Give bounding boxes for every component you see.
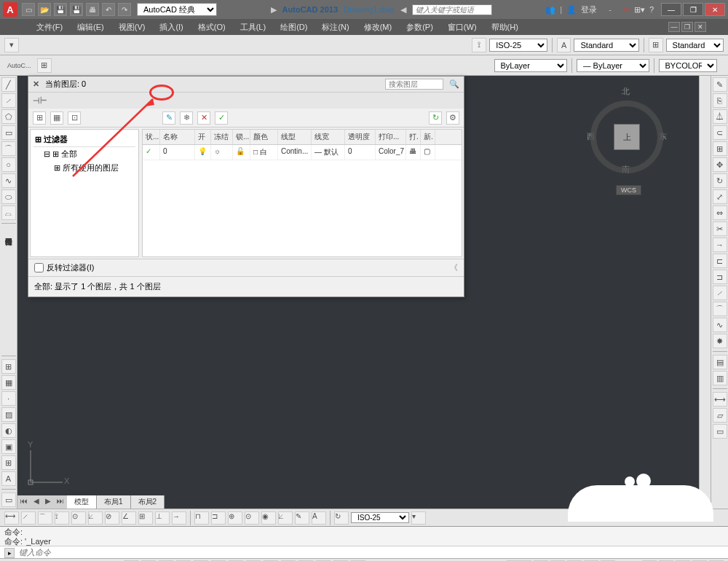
dim-ordinate-icon[interactable]: ⟟ bbox=[55, 511, 69, 525]
login-icon[interactable]: 👤 bbox=[566, 5, 577, 15]
col-transparency[interactable]: 透明度 bbox=[345, 130, 376, 144]
dim-arc-icon[interactable]: ⌒ bbox=[38, 511, 52, 525]
join-tool[interactable]: ⊐ bbox=[713, 270, 727, 284]
close-button[interactable]: ✕ bbox=[705, 3, 725, 16]
dim-angular-icon[interactable]: ∠ bbox=[122, 511, 136, 525]
exchange-icon[interactable]: ✕ bbox=[623, 5, 630, 15]
layer-panel-pin-icon[interactable]: ⊣⊢ bbox=[33, 96, 47, 106]
scale-tool[interactable]: ⤢ bbox=[713, 189, 727, 204]
dim-edit-icon[interactable]: ✎ bbox=[295, 511, 309, 525]
mirror-tool[interactable]: ⏃ bbox=[713, 109, 727, 124]
layer-dropdown-icon[interactable]: ▾ bbox=[4, 38, 19, 52]
color-select[interactable]: ByLayer bbox=[494, 59, 567, 72]
dimstyle-select[interactable]: ISO-25 bbox=[489, 39, 547, 52]
col-new[interactable]: 新. bbox=[421, 130, 435, 144]
menu-view[interactable]: 视图(V) bbox=[111, 20, 153, 35]
spline-tool[interactable]: ∿ bbox=[1, 173, 16, 188]
offset-tool[interactable]: ⊂ bbox=[713, 125, 727, 140]
ellipse-arc-tool[interactable]: ⌓ bbox=[1, 205, 16, 220]
menu-tools[interactable]: 工具(L) bbox=[233, 20, 273, 35]
array-tool[interactable]: ⊞ bbox=[713, 141, 727, 156]
filter-used-item[interactable]: ⊞ 所有使用的图层 bbox=[33, 161, 135, 175]
dim-jogged-icon[interactable]: ⟀ bbox=[88, 511, 103, 525]
layer-states-icon[interactable]: ⊡ bbox=[68, 111, 81, 125]
command-prompt-icon[interactable]: ▸ bbox=[4, 548, 15, 558]
col-freeze[interactable]: 冻结 bbox=[211, 130, 233, 144]
new-layer-vp-frozen-icon[interactable]: ❄ bbox=[180, 111, 193, 125]
dim-aligned-icon[interactable]: ⟋ bbox=[21, 511, 36, 525]
search-icon[interactable]: 🔍 bbox=[449, 79, 459, 89]
dim-style-ctrl-icon[interactable]: ▾ bbox=[411, 511, 426, 525]
tab-nav-first-icon[interactable]: ⏮ bbox=[17, 495, 31, 509]
polyline-tool[interactable]: ⟋ bbox=[1, 93, 16, 108]
bycolor-select[interactable]: BYCOLOR bbox=[659, 59, 717, 72]
tab-model[interactable]: 模型 bbox=[67, 495, 97, 509]
col-print[interactable]: 打. bbox=[406, 130, 421, 144]
rotate-tool[interactable]: ↻ bbox=[713, 173, 727, 188]
refresh-icon[interactable]: ↻ bbox=[429, 111, 442, 125]
dim-update-icon[interactable]: ↻ bbox=[334, 511, 349, 525]
doc-minimize-button[interactable]: — bbox=[668, 22, 680, 32]
viewcube-north[interactable]: 北 bbox=[622, 86, 630, 97]
col-lineweight[interactable]: 线宽 bbox=[312, 130, 345, 144]
dim-radius-icon[interactable]: ⊙ bbox=[71, 511, 86, 525]
infocenter-icon[interactable]: 👥 bbox=[545, 5, 555, 15]
help-icon[interactable]: ? bbox=[649, 5, 654, 14]
area-tool[interactable]: ▱ bbox=[713, 408, 727, 423]
fillet-tool[interactable]: ⌒ bbox=[713, 302, 727, 316]
save-icon[interactable]: 💾 bbox=[54, 3, 67, 16]
dim-space-icon[interactable]: ⊓ bbox=[194, 511, 209, 525]
menu-format[interactable]: 格式(O) bbox=[191, 20, 233, 35]
col-linetype[interactable]: 线型 bbox=[278, 130, 312, 144]
collapse-icon[interactable]: 《 bbox=[450, 262, 458, 273]
cell-transparency[interactable]: 0 bbox=[345, 145, 376, 160]
region-tool[interactable]: ▣ bbox=[1, 439, 16, 454]
viewcube-face-top[interactable]: 上 bbox=[614, 124, 640, 150]
tab-nav-prev-icon[interactable]: ◀ bbox=[31, 495, 42, 509]
trim-tool[interactable]: ✂ bbox=[713, 221, 727, 236]
col-status[interactable]: 状... bbox=[143, 130, 160, 144]
gradient-tool[interactable]: ◐ bbox=[1, 423, 16, 438]
menu-modify[interactable]: 修改(M) bbox=[357, 20, 400, 35]
circle-tool[interactable]: ○ bbox=[1, 157, 16, 172]
tab-nav-next-icon[interactable]: ▶ bbox=[42, 495, 54, 509]
search-keyword-input[interactable] bbox=[412, 4, 492, 15]
layer-grid[interactable]: 状... 名称 开 冻结 锁... 颜色 线型 线宽 透明度 打印... 打. … bbox=[142, 129, 462, 257]
menu-draw[interactable]: 绘图(D) bbox=[273, 20, 314, 35]
rectangle-tool[interactable]: ▭ bbox=[1, 125, 16, 140]
arc-tool[interactable]: ⌒ bbox=[1, 141, 16, 156]
dim-break-icon[interactable]: ⊐ bbox=[211, 511, 226, 525]
stretch-tool[interactable]: ⇔ bbox=[713, 205, 727, 220]
maximize-button[interactable]: ❐ bbox=[683, 3, 703, 16]
point-tool[interactable]: · bbox=[1, 391, 16, 406]
tablestyle-icon[interactable]: ⊞ bbox=[649, 38, 663, 52]
dim-textedit-icon[interactable]: A bbox=[312, 511, 326, 525]
draworder2-tool[interactable]: ▥ bbox=[713, 371, 727, 385]
cell-linetype[interactable]: Contin... bbox=[278, 145, 312, 160]
help-menu-icon[interactable]: ⊞▾ bbox=[634, 5, 645, 15]
filter-group-icon[interactable]: ▦ bbox=[50, 111, 63, 125]
col-on[interactable]: 开 bbox=[195, 130, 211, 144]
polygon-tool[interactable]: ⬠ bbox=[1, 109, 16, 124]
minimize-button[interactable]: — bbox=[661, 3, 681, 16]
cell-newvp-icon[interactable]: ▢ bbox=[421, 145, 435, 160]
filter-new-icon[interactable]: ⊞ bbox=[33, 111, 46, 125]
viewcube[interactable]: 北 南 东 西 上 WCS bbox=[587, 86, 667, 188]
dim-baseline-icon[interactable]: ⊥ bbox=[155, 511, 170, 525]
tablestyle-select[interactable]: Standard bbox=[666, 39, 724, 52]
cell-freeze-icon[interactable]: ☼ bbox=[211, 145, 233, 160]
move-tool[interactable]: ✥ bbox=[713, 157, 727, 172]
col-lock[interactable]: 锁... bbox=[233, 130, 250, 144]
new-icon[interactable]: ▭ bbox=[22, 3, 35, 16]
tab-layout1[interactable]: 布局1 bbox=[97, 495, 131, 509]
tab-layout2[interactable]: 布局2 bbox=[131, 495, 165, 509]
make-block-tool[interactable]: ▦ bbox=[1, 375, 16, 390]
cell-print-icon[interactable]: 🖶 bbox=[406, 145, 421, 160]
hatch-tool[interactable]: ▨ bbox=[1, 407, 16, 422]
dim-style-select[interactable]: ISO-25 bbox=[351, 512, 409, 523]
vertical-scrollbar[interactable] bbox=[699, 76, 711, 509]
break-tool[interactable]: ⊏ bbox=[713, 254, 727, 268]
undo-icon[interactable]: ↶ bbox=[102, 3, 115, 16]
tolerance-icon[interactable]: ⊕ bbox=[228, 511, 242, 525]
cell-name[interactable]: 0 bbox=[160, 145, 195, 160]
